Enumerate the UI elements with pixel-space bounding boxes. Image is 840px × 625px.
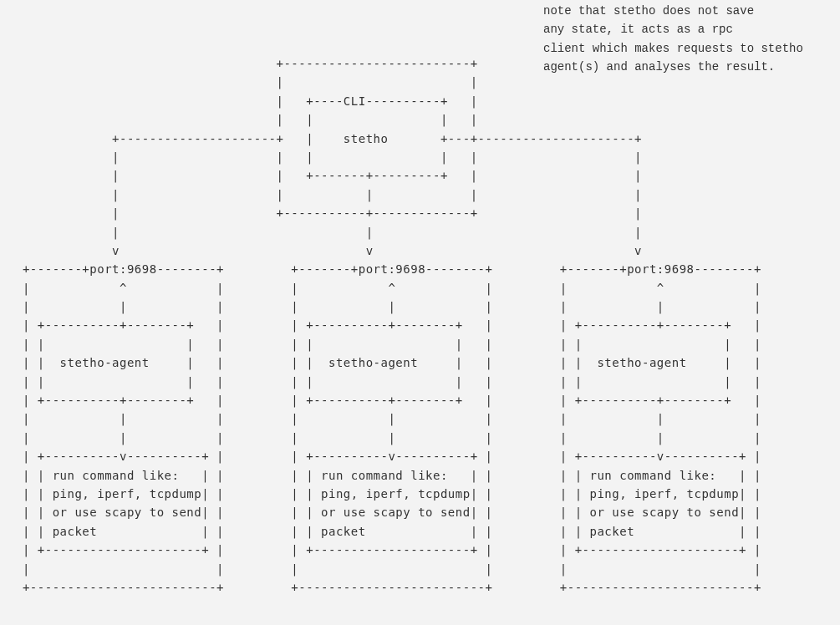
ascii-architecture-diagram: +-------------------------+ | | | +----C… [15, 54, 761, 597]
